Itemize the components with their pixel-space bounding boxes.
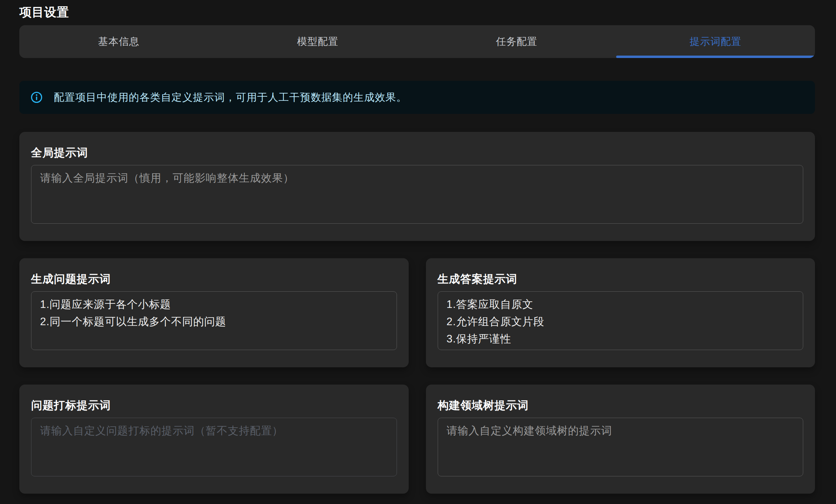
question-prompt-input[interactable]: 1.问题应来源于各个小标题 2.同一个标题可以生成多个不同的问题 (31, 291, 397, 350)
prompt-row-2: 问题打标提示词 构建领域树提示词 (19, 385, 815, 494)
tab-model-config[interactable]: 模型配置 (218, 25, 417, 58)
settings-tabbar: 基本信息 模型配置 任务配置 提示词配置 (19, 25, 815, 58)
info-banner: 配置项目中使用的各类自定义提示词，可用于人工干预数据集的生成效果。 (19, 81, 815, 114)
question-label-prompt-input (31, 418, 397, 476)
question-label-prompt-title: 问题打标提示词 (31, 398, 397, 413)
question-prompt-title: 生成问题提示词 (31, 271, 397, 287)
page-title: 项目设置 (19, 5, 815, 19)
domain-tree-prompt-input[interactable] (438, 418, 804, 476)
domain-tree-prompt-title: 构建领域树提示词 (438, 398, 804, 413)
info-circle-icon (31, 91, 42, 103)
question-prompt-card: 生成问题提示词 1.问题应来源于各个小标题 2.同一个标题可以生成多个不同的问题 (19, 258, 409, 367)
domain-tree-prompt-card: 构建领域树提示词 (426, 385, 815, 494)
global-prompt-card: 全局提示词 (19, 132, 815, 241)
tab-basic-info[interactable]: 基本信息 (19, 25, 218, 58)
answer-prompt-title: 生成答案提示词 (438, 271, 804, 287)
active-tab-indicator (616, 56, 815, 58)
tab-task-config[interactable]: 任务配置 (417, 25, 616, 58)
global-prompt-title: 全局提示词 (31, 145, 803, 160)
tab-prompt-config[interactable]: 提示词配置 (616, 25, 815, 58)
global-prompt-input[interactable] (31, 165, 803, 224)
answer-prompt-input[interactable]: 1.答案应取自原文 2.允许组合原文片段 3.保持严谨性 (438, 291, 804, 350)
prompt-row-1: 生成问题提示词 1.问题应来源于各个小标题 2.同一个标题可以生成多个不同的问题… (19, 258, 815, 367)
project-settings-page: 项目设置 基本信息 模型配置 任务配置 提示词配置 配置项目中使用的各类自定义提… (0, 0, 836, 494)
answer-prompt-card: 生成答案提示词 1.答案应取自原文 2.允许组合原文片段 3.保持严谨性 (426, 258, 815, 367)
question-label-prompt-card: 问题打标提示词 (19, 385, 409, 494)
info-banner-text: 配置项目中使用的各类自定义提示词，可用于人工干预数据集的生成效果。 (54, 90, 407, 105)
